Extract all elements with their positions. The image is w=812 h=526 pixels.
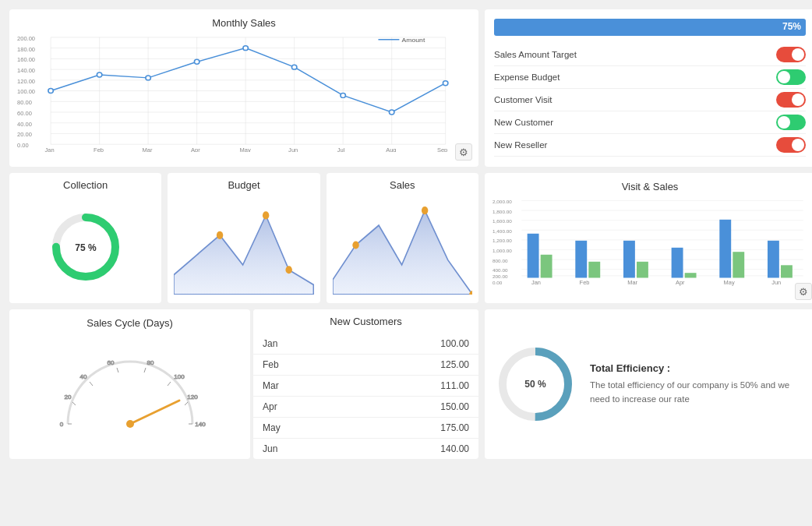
svg-text:140.00: 140.00	[17, 67, 35, 74]
svg-text:Jan: Jan	[531, 281, 541, 285]
visit-sales-chart-container: 2,000.00 1,800.00 1,600.00 1,400.00 1,20…	[492, 197, 807, 288]
svg-text:140: 140	[195, 421, 206, 428]
svg-text:200.00: 200.00	[17, 35, 35, 42]
right-top-panel: 75% Sales Amount Target Expense Budget C…	[485, 9, 812, 167]
visit-sales-gear[interactable]: ⚙	[795, 283, 812, 300]
svg-point-56	[263, 211, 269, 219]
gauge-container: 0 20 40 60 80	[17, 334, 242, 444]
sales-cycle-title: Sales Cycle (Days)	[17, 317, 242, 329]
table-row: May 175.00	[253, 418, 478, 439]
svg-text:1,400.00: 1,400.00	[492, 229, 513, 233]
toggle-sales-amount-switch[interactable]	[776, 47, 806, 62]
svg-line-103	[90, 382, 93, 386]
svg-text:May: May	[724, 281, 736, 286]
collection-card: Collection 75 %	[9, 173, 161, 303]
efficiency-title: Total Efficiency :	[590, 362, 807, 374]
table-row: Jun 140.00	[253, 439, 478, 455]
nc-value-apr: 150.00	[351, 397, 478, 418]
svg-point-55	[217, 231, 223, 239]
visit-sales-title: Visit & Sales	[492, 181, 807, 192]
svg-point-60	[422, 207, 428, 214]
budget-chart-container	[174, 196, 313, 295]
new-customers-table: Jan 100.00 Feb 125.00 Mar 111.00 Apr	[253, 334, 478, 454]
efficiency-label: 50 %	[524, 379, 545, 390]
svg-line-107	[144, 368, 146, 372]
svg-text:40.00: 40.00	[17, 121, 32, 128]
svg-rect-87	[672, 248, 683, 278]
table-row: Apr 150.00	[253, 397, 478, 418]
toggle-sales-amount-label: Sales Amount Target	[494, 50, 577, 59]
progress-bar: 75%	[494, 19, 806, 36]
svg-text:Jun: Jun	[288, 147, 298, 152]
nc-month-may: May	[253, 418, 351, 439]
sales-mini-chart-container	[333, 196, 472, 295]
svg-text:0.00: 0.00	[492, 281, 503, 285]
toggle-new-customer-switch[interactable]	[776, 115, 806, 130]
svg-text:120: 120	[187, 394, 198, 401]
svg-text:40: 40	[79, 373, 86, 380]
svg-point-41	[97, 72, 101, 77]
table-row: Feb 125.00	[253, 355, 478, 376]
svg-text:100: 100	[174, 373, 185, 380]
svg-text:180.00: 180.00	[17, 46, 35, 53]
svg-rect-81	[528, 234, 539, 278]
svg-point-57	[286, 266, 292, 274]
svg-point-48	[443, 81, 447, 86]
nc-month-mar: Mar	[253, 376, 351, 397]
svg-text:1,600.00: 1,600.00	[492, 220, 513, 224]
svg-text:160.00: 160.00	[17, 57, 35, 64]
svg-text:200.00: 200.00	[492, 275, 508, 279]
total-efficiency-card: 50 % Total Efficiency : The total effici…	[485, 309, 812, 459]
new-customers-table-container[interactable]: Jan 100.00 Feb 125.00 Mar 111.00 Apr	[253, 334, 478, 454]
toggle-customer-visit: Customer Visit	[494, 89, 806, 111]
dashboard: Monthly Sales	[0, 0, 812, 526]
svg-text:Apr: Apr	[676, 281, 685, 286]
svg-text:Sep: Sep	[437, 147, 447, 152]
svg-text:1,200.00: 1,200.00	[492, 239, 513, 243]
svg-text:120.00: 120.00	[17, 78, 35, 85]
budget-chart-svg	[174, 196, 313, 295]
svg-text:Jan: Jan	[45, 147, 55, 152]
nc-month-feb: Feb	[253, 355, 351, 376]
monthly-sales-card: Monthly Sales	[9, 9, 478, 167]
toggle-expense-budget-switch[interactable]	[776, 69, 806, 85]
svg-text:75 %: 75 %	[75, 242, 97, 253]
sales-cycle-card: Sales Cycle (Days) 0 20 40	[9, 309, 250, 459]
svg-text:60: 60	[107, 359, 114, 366]
toggle-customer-visit-switch[interactable]	[776, 92, 806, 108]
svg-rect-89	[719, 220, 731, 278]
svg-text:Apr: Apr	[191, 147, 200, 152]
sales-mini-card: Sales	[327, 173, 478, 303]
svg-text:Feb: Feb	[580, 281, 590, 285]
svg-line-105	[117, 368, 118, 372]
toggle-new-customer: New Customer	[494, 111, 806, 134]
svg-point-42	[146, 76, 150, 80]
budget-card: Budget	[168, 173, 320, 303]
nc-value-jan: 100.00	[351, 334, 478, 355]
new-customers-title: New Customers	[253, 309, 478, 334]
sales-mini-chart-svg	[333, 196, 472, 295]
nc-value-may: 175.00	[351, 418, 478, 439]
svg-text:100.00: 100.00	[17, 89, 35, 96]
svg-point-46	[341, 93, 345, 97]
svg-rect-83	[575, 241, 587, 278]
collection-donut-svg: 75 %	[47, 208, 125, 286]
toggle-new-reseller-switch[interactable]	[776, 137, 806, 153]
svg-rect-82	[541, 255, 553, 278]
collection-donut-container: 75 %	[16, 196, 155, 298]
toggle-new-reseller: New Reseller	[494, 134, 806, 157]
svg-text:60.00: 60.00	[17, 110, 32, 117]
svg-point-45	[291, 65, 296, 69]
collection-title: Collection	[16, 179, 155, 191]
toggle-customer-visit-label: Customer Visit	[494, 95, 553, 104]
svg-text:400.00: 400.00	[492, 269, 508, 273]
svg-text:0.00: 0.00	[17, 142, 29, 149]
svg-text:80: 80	[147, 359, 154, 366]
svg-text:80.00: 80.00	[17, 100, 32, 107]
budget-title: Budget	[174, 179, 313, 191]
svg-point-40	[48, 89, 53, 94]
svg-text:Jul: Jul	[337, 147, 345, 152]
nc-month-jan: Jan	[253, 334, 351, 355]
svg-text:Mar: Mar	[627, 281, 638, 285]
monthly-sales-gear[interactable]: ⚙	[455, 143, 472, 161]
